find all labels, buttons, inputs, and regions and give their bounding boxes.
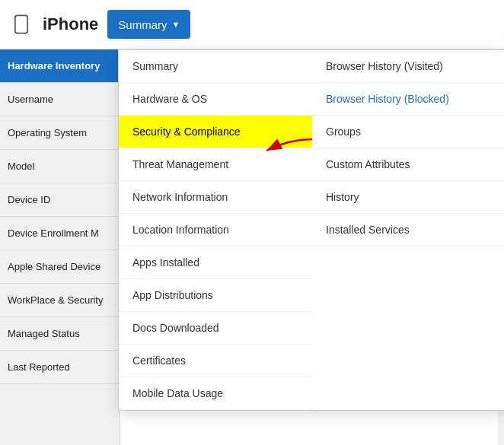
dropdown-item-threat-management[interactable]: Threat Management xyxy=(119,148,312,181)
sidebar-item-device-enrollment[interactable]: Device Enrollment M xyxy=(0,217,120,250)
dropdown-item-location-information[interactable]: Location Information xyxy=(119,214,312,246)
sidebar-item-username[interactable]: Username xyxy=(0,83,120,116)
device-title: iPhone xyxy=(43,14,98,34)
sidebar-item-workplace-security[interactable]: WorkPlace & Security xyxy=(0,284,120,317)
summary-dropdown-button[interactable]: Summary ▼ xyxy=(107,10,190,39)
sidebar-item-model[interactable]: Model xyxy=(0,150,120,183)
device-icon xyxy=(9,12,33,37)
dropdown-item-network-information[interactable]: Network Information xyxy=(119,181,312,214)
summary-label: Summary xyxy=(118,18,167,31)
dropdown-item-security-compliance[interactable]: Security & Compliance xyxy=(119,116,312,148)
sidebar-item-last-reported[interactable]: Last Reported xyxy=(0,351,120,384)
dropdown-item-hardware-os[interactable]: Hardware & OS xyxy=(119,83,312,116)
dropdown-item-summary[interactable]: Summary xyxy=(119,50,312,83)
dropdown-item-certificates[interactable]: Certificates xyxy=(119,345,312,377)
dropdown-col-1: Summary Hardware & OS Security & Complia… xyxy=(119,50,312,410)
dropdown-item-custom-attributes[interactable]: Custom Attributes xyxy=(312,148,504,181)
sidebar-item-hardware-inventory[interactable]: Hardware Inventory xyxy=(0,49,120,83)
sidebar-item-apple-shared-device[interactable]: Apple Shared Device xyxy=(0,250,120,284)
dropdown-item-app-distributions[interactable]: App Distributions xyxy=(119,279,312,312)
dropdown-item-apps-installed[interactable]: Apps Installed xyxy=(119,246,312,279)
dropdown-item-history[interactable]: History xyxy=(312,181,504,214)
dropdown-item-browser-history-visited[interactable]: Browser History (Visited) xyxy=(312,50,504,83)
chevron-down-icon: ▼ xyxy=(172,20,180,29)
dropdown-item-docs-downloaded[interactable]: Docs Downloaded xyxy=(119,312,312,345)
dropdown-item-installed-services[interactable]: Installed Services xyxy=(312,214,504,246)
dropdown-item-mobile-data-usage[interactable]: Mobile Data Usage xyxy=(119,377,312,410)
dropdown-col-2: Browser History (Visited) Browser Histor… xyxy=(312,50,504,410)
header: iPhone Summary ▼ xyxy=(0,0,504,49)
sidebar: Hardware Inventory Username Operating Sy… xyxy=(0,49,120,445)
dropdown-item-browser-history-blocked[interactable]: Browser History (Blocked) xyxy=(312,83,504,116)
sidebar-item-operating-system[interactable]: Operating System xyxy=(0,116,120,150)
dropdown-item-groups[interactable]: Groups xyxy=(312,116,504,148)
sidebar-item-managed-status[interactable]: Managed Status xyxy=(0,317,120,351)
summary-dropdown-menu: Summary Hardware & OS Security & Complia… xyxy=(118,49,504,411)
sidebar-item-device-id[interactable]: Device ID xyxy=(0,183,120,217)
